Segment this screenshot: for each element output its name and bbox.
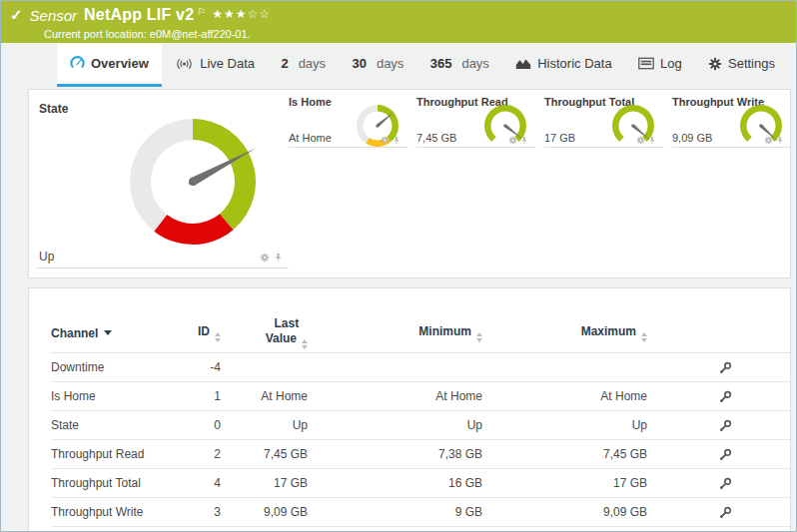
tab-30-days[interactable]: 30 days [339,43,416,87]
cell-last-value: Up [221,418,308,432]
channel-table-panel: Channel ID Last Value Minimum Maximum Do… [28,287,791,532]
overview-panel: State Up Is Home At Home Throughput Read… [28,89,791,278]
table-row[interactable]: Downtime -4 [51,353,790,382]
cell-maximum: At Home [482,389,647,403]
cell-maximum: Up [482,418,647,432]
gear-icon[interactable] [508,136,517,145]
cell-maximum: 7,45 GB [482,447,647,461]
priority-stars[interactable]: ★★★☆☆ [212,7,271,21]
tab-log[interactable]: Log [625,43,695,87]
tile-value: 7,45 GB [416,132,456,144]
edit-channel-icon[interactable] [719,419,732,432]
log-icon [638,57,654,70]
tile-value: 17 GB [544,132,575,144]
tile-is-home[interactable]: Is Home At Home [289,96,408,148]
cell-last-value: 7,45 GB [221,447,308,461]
cell-channel: Downtime [51,360,171,374]
cell-minimum: 16 GB [308,476,482,490]
cell-channel: State [51,418,171,432]
cell-channel: Throughput Write [51,505,171,519]
cell-channel: Throughput Total [51,476,171,490]
table-row[interactable]: Throughput Write 3 9,09 GB 9 GB 9,09 GB [51,498,790,527]
page-title: NetApp LIF v2 [84,6,194,24]
gear-icon[interactable] [636,136,645,145]
cell-maximum: 9,09 GB [482,505,647,519]
pin-icon[interactable] [520,136,528,145]
edit-channel-icon[interactable] [719,390,732,403]
tab-overview[interactable]: Overview [57,43,162,87]
cell-last-value: At Home [221,389,308,403]
tile-state[interactable]: State Up [37,96,289,268]
cell-maximum: 17 GB [482,476,647,490]
table-body: Downtime -4 Is Home 1 At Home At Home At… [51,353,790,527]
tile-throughput-total[interactable]: Throughput Total 17 GB [544,96,664,148]
sort-icon [641,332,647,342]
state-gauge [118,107,268,257]
gear-icon[interactable] [764,136,773,145]
cell-channel: Throughput Read [51,447,171,461]
status-check-icon: ✓ [10,6,23,24]
column-header-id[interactable]: ID [171,324,221,342]
column-header-last-value[interactable]: Last Value [221,316,308,349]
cell-id: 2 [171,447,221,461]
tab-bar: Overview Live Data 2 days 30 days 365 da… [1,43,796,87]
pin-icon[interactable] [776,136,784,145]
sensor-header: ✓ Sensor NetApp LIF v2 ⚐ ★★★☆☆ Current p… [1,1,796,43]
column-header-maximum[interactable]: Maximum [482,324,647,342]
cell-id: 3 [171,505,221,519]
broadcast-icon [175,57,194,71]
pin-icon[interactable] [393,136,400,145]
prtg-sensor-page: { "header": { "kind": "Sensor", "title":… [0,0,797,532]
tab-2-days[interactable]: 2 days [268,43,339,87]
sensor-message: Current port location: e0M@net-aff220-01… [1,24,796,40]
cell-minimum: 7,38 GB [308,447,482,461]
tile-throughput-read[interactable]: Throughput Read 7,45 GB [416,96,536,148]
cell-minimum: 9 GB [308,505,482,519]
cell-id: 4 [171,476,221,490]
table-header-row: Channel ID Last Value Minimum Maximum [51,313,790,353]
object-kind-label: Sensor [30,7,78,24]
table-row[interactable]: Throughput Read 2 7,45 GB 7,38 GB 7,45 G… [51,440,790,469]
edit-channel-icon[interactable] [719,448,732,461]
edit-channel-icon[interactable] [719,477,732,490]
cell-id: 0 [171,418,221,432]
tab-365-days[interactable]: 365 days [417,43,502,87]
pin-icon[interactable] [648,136,656,145]
tile-value: Up [39,250,54,264]
flag-icon[interactable]: ⚐ [197,6,206,17]
table-row[interactable]: Throughput Total 4 17 GB 16 GB 17 GB [51,469,790,498]
tile-label: State [39,102,68,116]
tab-settings[interactable]: Settings [695,43,788,87]
edit-channel-icon[interactable] [719,361,732,374]
tile-value: At Home [289,132,332,144]
gear-icon[interactable] [260,253,270,263]
column-header-channel[interactable]: Channel [51,326,171,340]
cell-last-value: 17 GB [221,476,308,490]
cell-channel: Is Home [51,389,171,403]
cell-minimum: Up [308,418,482,432]
table-row[interactable]: State 0 Up Up Up [51,411,790,440]
column-header-minimum[interactable]: Minimum [308,324,482,342]
gear-icon [708,57,722,71]
pin-icon[interactable] [274,253,283,263]
sort-desc-icon [104,330,112,335]
tile-value: 9,09 GB [672,132,712,144]
tab-historic-data[interactable]: Historic Data [502,43,624,87]
gauge-icon [70,56,85,71]
gear-icon[interactable] [381,136,390,145]
channel-table: Channel ID Last Value Minimum Maximum Do… [29,288,790,527]
cell-minimum: At Home [308,389,482,403]
area-chart-icon [515,57,531,70]
edit-channel-icon[interactable] [719,506,732,519]
tab-live-data[interactable]: Live Data [162,43,268,87]
cell-id: 1 [171,389,221,403]
cell-id: -4 [171,360,221,374]
tile-label: Is Home [289,96,332,108]
tile-throughput-write[interactable]: Throughput Write 9,09 GB [672,96,792,148]
cell-last-value: 9,09 GB [221,505,308,519]
table-row[interactable]: Is Home 1 At Home At Home At Home [51,382,790,411]
